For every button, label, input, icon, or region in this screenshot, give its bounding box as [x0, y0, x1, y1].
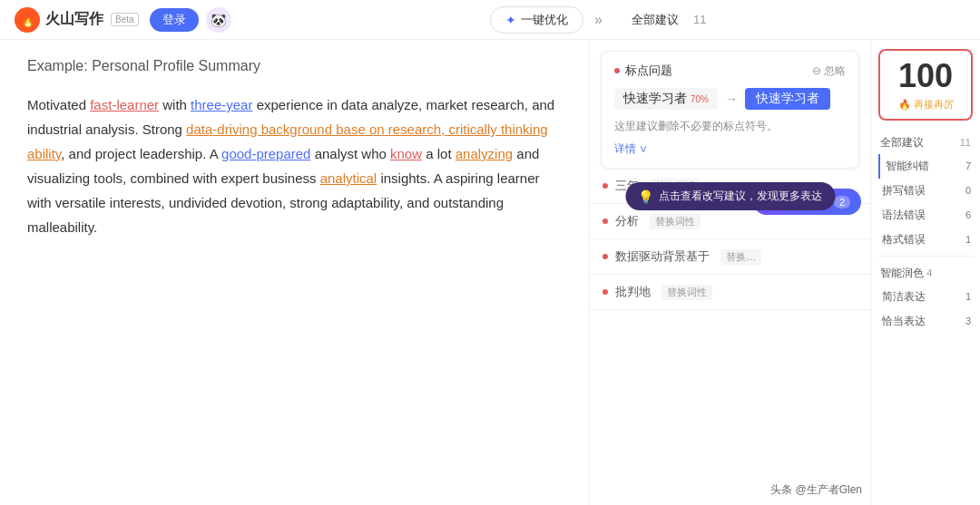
dot-red-icon-4 — [603, 289, 608, 295]
ignore-button[interactable]: ⊖ 忽略 — [812, 63, 846, 79]
smart-errors-label: 智能纠错 — [886, 159, 929, 174]
spelling-count: 0 — [965, 185, 971, 196]
grammar-label: 语法错误 — [882, 208, 926, 223]
text-analyzing[interactable]: analyzing — [456, 146, 513, 161]
text-analytical[interactable]: analytical — [320, 170, 377, 186]
text-with: with — [159, 97, 191, 112]
more-button[interactable]: » — [594, 12, 603, 28]
concise-item[interactable]: 简洁表达 1 — [878, 285, 973, 309]
main-layout: Example: Personal Profile Summary Motiva… — [0, 40, 980, 505]
row-text-2: 分析 — [615, 213, 639, 229]
row-tag-2: 替换词性 — [650, 214, 701, 229]
app-header: 🔥 火山写作 Beta 登录 🐼 ✦ 一键优化 » 全部建议 11 — [0, 0, 980, 40]
dot-red-icon-3 — [603, 254, 608, 259]
discover-count: 2 — [834, 196, 850, 209]
optimize-icon: ✦ — [505, 13, 516, 27]
suggestion-panel: 标点问题 ⊖ 忽略 快速学习者 70% → 快速学习者 这里建议删除不必要的标点… — [590, 40, 871, 505]
all-count: 11 — [960, 137, 971, 148]
format-label: 格式错误 — [882, 232, 926, 248]
doc-title: Example: Personal Profile Summary — [27, 58, 562, 74]
all-suggestions-title: 全部建议 11 — [878, 130, 973, 154]
suggestions-count: 11 — [693, 13, 706, 26]
doc-content[interactable]: Motivated fast-learner with three-year e… — [27, 92, 562, 239]
text-and: , and project leadership. A — [61, 146, 221, 161]
spelling-label: 拼写错误 — [882, 183, 926, 199]
tooltip-text: 点击查看改写建议，发现更多表达 — [659, 189, 822, 204]
suggestion-card-1: 标点问题 ⊖ 忽略 快速学习者 70% → 快速学习者 这里建议删除不必要的标点… — [601, 51, 859, 169]
detail-link[interactable]: 详情 ∨ — [614, 141, 846, 157]
smart-color-label: 智能润色 — [880, 267, 924, 279]
ignore-label: 忽略 — [824, 63, 846, 79]
score-card: 100 🔥 再接再厉 — [878, 49, 973, 121]
text-motivated: Motivated — [27, 97, 90, 112]
optimize-label: 一键优化 — [521, 12, 568, 28]
score-number: 100 — [889, 58, 962, 94]
format-count: 1 — [965, 234, 971, 245]
suggestions-label: 全部建议 — [632, 12, 679, 28]
all-suggestions-label: 全部建议 — [880, 135, 924, 151]
text-know[interactable]: know — [390, 146, 422, 161]
text-good-prepared[interactable]: good-prepared — [221, 146, 310, 161]
logo-area: 🔥 火山写作 Beta — [15, 7, 139, 33]
watermark: 头条 @生产者Glen — [770, 482, 862, 498]
concise-label: 简洁表达 — [882, 289, 926, 305]
concise-count: 1 — [965, 291, 971, 302]
beta-badge: Beta — [111, 13, 139, 26]
row-text-3: 数据驱动背景基于 — [615, 248, 710, 265]
suggested-word[interactable]: 快速学习者 — [745, 88, 830, 110]
proper-count: 3 — [965, 316, 971, 326]
logo-icon: 🔥 — [15, 7, 40, 33]
suggestion-words: 快速学习者 70% → 快速学习者 — [614, 88, 846, 110]
text-fast-learner[interactable]: fast-learner — [90, 97, 159, 112]
arrow-icon: → — [725, 92, 738, 106]
dot-red-icon — [603, 183, 608, 189]
score-sub-text: 再接再厉 — [914, 98, 954, 112]
tooltip-overlay: 💡 点击查看改写建议，发现更多表达 — [625, 182, 835, 210]
text-analyst: analyst who — [310, 146, 390, 161]
card-type-label: 标点问题 — [625, 63, 672, 79]
editor-area: Example: Personal Profile Summary Motiva… — [0, 40, 590, 505]
card-header: 标点问题 ⊖ 忽略 — [614, 63, 846, 79]
row-tag-4: 替换词性 — [662, 285, 712, 300]
smart-color-count: 4 — [926, 267, 932, 278]
text-alot: a lot — [422, 146, 456, 161]
proper-label: 恰当表达 — [882, 314, 926, 329]
score-sublabel: 🔥 再接再厉 — [889, 98, 962, 112]
optimize-button[interactable]: ✦ 一键优化 — [490, 6, 583, 34]
row-tag-3: 替换… — [720, 249, 761, 265]
spelling-item[interactable]: 拼写错误 0 — [878, 179, 973, 203]
login-button[interactable]: 登录 — [150, 8, 199, 32]
fire-icon: 🔥 — [898, 99, 911, 111]
grammar-count: 6 — [965, 209, 971, 220]
row-text-4: 批判地 — [615, 284, 651, 300]
header-center: ✦ 一键优化 » 全部建议 11 — [231, 6, 965, 34]
score-panel: 100 🔥 再接再厉 全部建议 11 智能纠错 7 拼写错误 0 语法错误 6 … — [871, 40, 980, 505]
format-item[interactable]: 格式错误 1 — [878, 228, 973, 252]
smart-errors-count: 7 — [965, 160, 971, 171]
avatar-emoji: 🐼 — [211, 13, 226, 27]
grammar-item[interactable]: 语法错误 6 — [878, 203, 973, 228]
svg-text:🔥: 🔥 — [20, 13, 36, 28]
proper-item[interactable]: 恰当表达 3 — [878, 309, 973, 334]
dot-red-icon-2 — [603, 219, 608, 224]
suggestion-note: 这里建议删除不必要的标点符号。 — [614, 119, 846, 134]
ignore-icon: ⊖ — [812, 64, 821, 77]
avatar-button[interactable]: 🐼 — [206, 7, 231, 33]
original-word: 快速学习者 70% — [614, 88, 718, 110]
app-name: 火山写作 — [45, 10, 103, 29]
suggestion-type: 标点问题 — [614, 63, 672, 79]
smart-errors-item[interactable]: 智能纠错 7 — [878, 154, 973, 179]
divider — [878, 256, 973, 257]
bulb-icon: 💡 — [638, 189, 653, 204]
suggestion-row-3[interactable]: 数据驱动背景基于 替换… 💡 点击查看改写建议，发现更多表达 发现更多表达 2 — [590, 239, 870, 275]
smart-color-title: 智能润色 4 — [878, 260, 973, 285]
dot-red-icon — [614, 68, 620, 73]
text-three-year[interactable]: three-year — [191, 97, 252, 112]
suggestion-row-4[interactable]: 批判地 替换词性 — [590, 275, 870, 310]
